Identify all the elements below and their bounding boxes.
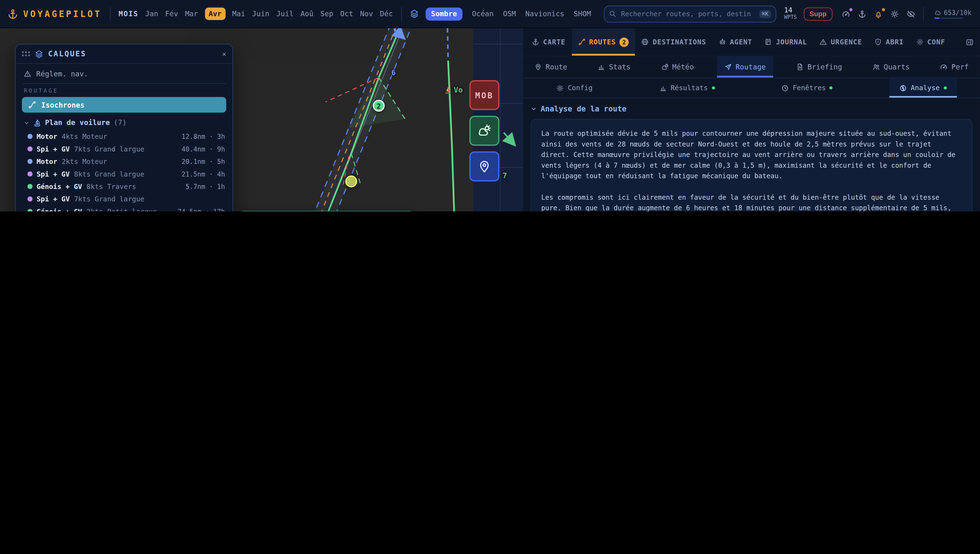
legend-dot (27, 134, 32, 139)
waypoints-counter: 14 WPTS (784, 7, 797, 21)
sail-plan-row[interactable]: Motor 4kts Moteur 12.8nm · 3h (22, 130, 226, 142)
alt-route-sail-line (421, 61, 455, 211)
month-juin[interactable]: Juin (252, 9, 270, 18)
sail-plan-row[interactable]: Motor 2kts Moteur 20.1nm · 5h (22, 155, 226, 168)
basemap-shom[interactable]: SHOM (574, 9, 591, 18)
route-icon (578, 38, 585, 46)
waypoint-marker-2[interactable]: 2 (373, 100, 385, 112)
subtab-stats[interactable]: Stats (590, 56, 638, 78)
cloud-sun-icon (477, 124, 492, 138)
gauge-icon (940, 63, 948, 70)
bell-icon[interactable] (874, 10, 882, 18)
legend-dot (27, 172, 32, 176)
tab-routes-active[interactable]: ROUTES 2 (572, 28, 635, 56)
api-quota: 653/10k (934, 9, 971, 19)
tab-destinations[interactable]: DESTINATIONS (635, 28, 712, 56)
sail-plan-row[interactable]: Spi + GV 8kts Grand largue 21.5nm · 4h (22, 168, 226, 180)
waypoints-count: 14 (784, 7, 797, 14)
legend-dot (27, 147, 32, 151)
subtab-fenetres[interactable]: Fenêtres (772, 78, 843, 97)
book-icon (765, 38, 772, 46)
month-juil[interactable]: Juil (276, 9, 294, 18)
gear-icon (557, 84, 564, 92)
isochrone-point-marker[interactable] (345, 176, 357, 188)
month-aou[interactable]: Aoû (301, 9, 313, 18)
anchor-icon (532, 38, 539, 46)
bar-chart-icon (598, 63, 605, 70)
basemap-sombre[interactable]: Sombre (425, 7, 463, 20)
subtab-resultats[interactable]: Résultats (649, 78, 725, 97)
subtab-quarts[interactable]: Quarts (865, 56, 917, 78)
wind-arrow (504, 133, 513, 144)
basemap-navionics[interactable]: Navionics (525, 9, 564, 18)
sail-plan-label: Plan de voilure (45, 118, 110, 127)
vessel-label: Vo (444, 86, 463, 94)
app-root: VOYAGEPILOT MOIS Jan Fév Mar Avr Mai Jui… (0, 0, 980, 211)
cloud-sun-icon (661, 63, 668, 70)
sun-icon[interactable] (890, 10, 899, 18)
status-dot (830, 86, 833, 89)
search-icon (608, 10, 616, 18)
tab-conf[interactable]: CONF (910, 28, 951, 56)
month-dec[interactable]: Déc (380, 9, 393, 18)
layer-item-reglem[interactable]: Réglem. nav. (22, 66, 226, 81)
warning-icon (819, 38, 827, 46)
sail-plan-row[interactable]: Spi + GV 7kts Grand largue (22, 193, 226, 205)
analysis-section-header[interactable]: Analyse de la route (530, 104, 972, 113)
top-navbar: VOYAGEPILOT MOIS Jan Fév Mar Avr Mai Jui… (0, 0, 980, 28)
month-avr-active[interactable]: Avr (205, 7, 226, 20)
search-input[interactable] (620, 9, 755, 18)
sailboat-icon (33, 118, 41, 127)
sail-plan-row[interactable]: Spi + GV 7kts Grand largue 40.4nm · 9h (22, 143, 226, 155)
tab-urgence[interactable]: URGENCE (813, 28, 868, 56)
sail-plan-row[interactable]: Génois + GV 2kts Petit largue 74.5nm · 1… (22, 205, 226, 211)
subtab-analyse-active[interactable]: Analyse (889, 78, 957, 97)
basemap-ocean[interactable]: Océan (472, 9, 493, 18)
tab-journal[interactable]: JOURNAL (758, 28, 813, 56)
gauge-icon[interactable] (842, 10, 850, 18)
subtab-meteo[interactable]: Météo (654, 56, 702, 78)
status-dot (712, 86, 715, 89)
month-mar[interactable]: Mar (185, 9, 198, 18)
search-box[interactable]: ⌘K (603, 5, 776, 22)
robot-icon (719, 38, 726, 46)
divider (22, 83, 226, 84)
tab-carte[interactable]: CARTE (525, 28, 571, 56)
tab-abri[interactable]: ABRI (868, 28, 910, 56)
location-pin-icon (477, 160, 492, 174)
drag-handle-icon[interactable] (22, 51, 30, 56)
wind-speed-label: 7 (503, 172, 507, 180)
sail-plan-expander[interactable]: Plan de voilure (7) (22, 115, 226, 130)
subtab-briefing[interactable]: Briefing (789, 56, 850, 78)
subtab-config[interactable]: Config (546, 78, 603, 97)
quota-value: 653/10k (944, 9, 971, 16)
shield-icon (874, 38, 882, 46)
month-mai[interactable]: Mai (232, 9, 245, 18)
locate-button[interactable] (469, 152, 499, 182)
subtab-route[interactable]: Route (527, 56, 575, 78)
chevron-down-icon (24, 120, 30, 126)
mob-button[interactable]: MOB (469, 80, 499, 110)
delete-button[interactable]: Supp (804, 7, 832, 20)
month-fev[interactable]: Fév (165, 9, 178, 18)
tab-agent[interactable]: AGENT (712, 28, 758, 56)
document-icon (796, 63, 803, 70)
basemap-osm[interactable]: OSM (503, 9, 516, 18)
layer-toggle-isochrones[interactable]: Isochrones (22, 97, 226, 113)
anchor-icon[interactable] (858, 10, 866, 18)
month-sep[interactable]: Sep (320, 9, 333, 18)
weather-button[interactable] (469, 116, 499, 146)
subtab-routage-active[interactable]: Routage (717, 56, 773, 78)
divider (110, 7, 111, 21)
collapse-panel-icon[interactable] (966, 28, 974, 56)
analysis-content: Analyse de la route La route optimisée d… (523, 98, 980, 211)
close-icon[interactable]: ✕ (222, 49, 226, 58)
sail-plan-row[interactable]: Génois + GV 8kts Travers 5.7nm · 1h (22, 180, 226, 193)
legend-dot (27, 209, 32, 211)
month-jan[interactable]: Jan (145, 9, 158, 18)
layers-icon (410, 9, 418, 18)
month-oct[interactable]: Oct (340, 9, 353, 18)
subtab-perf[interactable]: Perf (932, 56, 976, 78)
eye-off-icon[interactable] (907, 10, 915, 18)
month-nov[interactable]: Nov (360, 9, 373, 18)
